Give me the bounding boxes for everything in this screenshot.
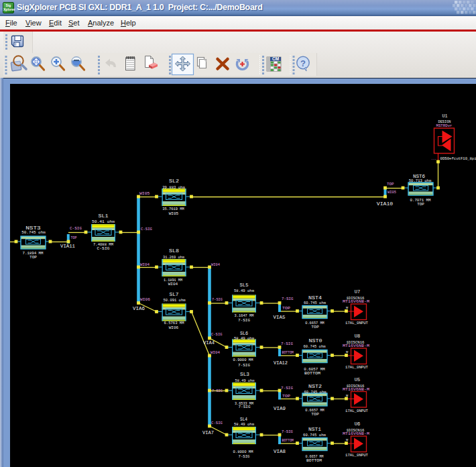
svg-text:VIA6: VIA6 (133, 306, 145, 311)
svg-text:0.9000 MM: 0.9000 MM (233, 358, 253, 362)
svg-text:TOP: TOP (311, 325, 319, 329)
svg-text:58.49 ohm: 58.49 ohm (235, 378, 255, 383)
svg-text:VIA4: VIA4 (203, 340, 215, 346)
svg-text:WI06: WI06 (140, 297, 150, 302)
svg-text:C-SIG: C-SIG (70, 226, 82, 231)
svg-text:NST1: NST1 (308, 427, 322, 432)
svg-text:C-SIG: C-SIG (141, 227, 152, 231)
svg-text:U7: U7 (355, 289, 361, 295)
svg-text:50.713 ohm: 50.713 ohm (409, 178, 432, 183)
svg-text:WI05: WI05 (139, 191, 150, 196)
svg-text:VIA8: VIA8 (274, 449, 286, 454)
svg-text:VIA9: VIA9 (274, 406, 286, 411)
svg-text:39.883 ohm: 39.883 ohm (162, 185, 185, 190)
svg-text:7-SIG: 7-SIG (281, 386, 293, 391)
svg-text:WI04: WI04 (211, 350, 220, 355)
svg-text:U8: U8 (355, 333, 361, 339)
svg-text:58.49 ohm: 58.49 ohm (234, 336, 254, 341)
svg-text:MT16V6NB-M: MT16V6NB-M (343, 431, 369, 436)
svg-text:50.091 ohm: 50.091 ohm (164, 298, 186, 303)
svg-text:7-SIG: 7-SIG (239, 454, 250, 459)
svg-text:17AL_0NPUT: 17AL_0NPUT (345, 365, 368, 370)
svg-text:0DS0efcutF10_8pi: 0DS0efcutF10_8pi (440, 156, 476, 161)
svg-text:7-SIG: 7-SIG (281, 342, 293, 346)
svg-text:60.745 ohm: 60.745 ohm (304, 390, 326, 395)
svg-text:C-SIG: C-SIG (211, 421, 223, 425)
svg-text:NST0: NST0 (309, 338, 323, 344)
svg-text:VIA12: VIA12 (274, 360, 288, 366)
svg-text:VIA11: VIA11 (60, 244, 75, 249)
svg-text:WI04: WI04 (140, 262, 150, 267)
svg-text:35.7619 MM: 35.7619 MM (162, 207, 184, 211)
svg-text:17AL_0NPUT: 17AL_0NPUT (345, 409, 368, 413)
svg-text:VIA10: VIA10 (377, 201, 394, 207)
svg-text:U5: U5 (355, 377, 361, 382)
svg-text:7-SIG: 7-SIG (282, 429, 293, 434)
svg-text:SL2: SL2 (169, 178, 179, 184)
svg-text:31.269 ohm: 31.269 ohm (163, 255, 184, 260)
svg-text:7-SIG: 7-SIG (238, 318, 250, 323)
svg-text:60.745 ohm: 60.745 ohm (304, 301, 326, 305)
svg-text:C-SIG: C-SIG (97, 246, 110, 251)
svg-text:7-SIG: 7-SIG (239, 405, 251, 409)
svg-text:60.745 ohm: 60.745 ohm (304, 344, 326, 349)
svg-text:NST4: NST4 (308, 295, 322, 301)
svg-text:SL3: SL3 (240, 372, 250, 377)
svg-text:BOTTOM: BOTTOM (282, 438, 294, 443)
svg-text:SL6: SL6 (240, 331, 248, 336)
svg-text:TOP: TOP (417, 202, 424, 207)
svg-text:58.49 ohm: 58.49 ohm (234, 422, 254, 427)
svg-text:SL1: SL1 (99, 213, 109, 219)
svg-text:VIA5: VIA5 (274, 315, 286, 320)
svg-text:7-SIG: 7-SIG (282, 297, 294, 301)
svg-text:?: ? (300, 58, 306, 68)
svg-text:7-SIG: 7-SIG (212, 297, 223, 302)
svg-text:50.745 ohm: 50.745 ohm (21, 230, 46, 235)
svg-text:U1: U1 (442, 113, 448, 119)
svg-text:TOP: TOP (282, 306, 290, 311)
svg-text:7-SIG: 7-SIG (212, 388, 223, 393)
svg-text:BOTTOM: BOTTOM (282, 350, 294, 355)
svg-text:SL5: SL5 (240, 282, 249, 288)
svg-text:TOP: TOP (29, 255, 37, 260)
svg-text:...: ... (431, 156, 436, 161)
svg-text:TOP: TOP (311, 412, 319, 417)
svg-text:WI05: WI05 (388, 190, 396, 195)
svg-text:WI05: WI05 (169, 211, 179, 216)
svg-text:SL4: SL4 (240, 417, 247, 422)
svg-text:MT16V6NB-M: MT16V6NB-M (343, 299, 369, 304)
svg-text:TOP: TOP (282, 394, 290, 399)
svg-text:17AL_0NPUT: 17AL_0NPUT (345, 453, 368, 458)
svg-text:CM: CM (272, 56, 279, 61)
svg-text:17AL_0NPUT: 17AL_0NPUT (345, 321, 368, 325)
svg-text:WI06: WI06 (169, 325, 179, 330)
svg-text:TOP: TOP (71, 236, 77, 240)
svg-text:VIA7: VIA7 (202, 430, 214, 435)
svg-text:WI04: WI04 (168, 282, 178, 287)
svg-text:BOTTOM: BOTTOM (304, 371, 320, 376)
svg-text:0.8000 MM: 0.8000 MM (233, 450, 253, 454)
svg-text:TOP: TOP (387, 182, 394, 187)
svg-text:BOTTOM: BOTTOM (306, 458, 322, 463)
svg-text:50.41 ohm: 50.41 ohm (92, 219, 115, 224)
svg-text:WI04: WI04 (211, 262, 220, 267)
svg-text:60.745 ohm: 60.745 ohm (303, 433, 326, 437)
svg-text:SL8: SL8 (169, 248, 179, 254)
svg-text:C-SIG: C-SIG (211, 332, 223, 337)
svg-text:MSTRDvr: MSTRDvr (436, 123, 453, 128)
svg-text:7-SIG: 7-SIG (238, 363, 250, 368)
svg-text:NST2: NST2 (308, 384, 322, 389)
svg-text:SL7: SL7 (170, 292, 179, 297)
svg-text:U6: U6 (355, 421, 361, 427)
svg-text:MT16V6NB-M: MT16V6NB-M (343, 387, 369, 392)
svg-text:58.49 ohm: 58.49 ohm (234, 289, 254, 293)
svg-text:MT16V6NB-M: MT16V6NB-M (343, 344, 369, 348)
